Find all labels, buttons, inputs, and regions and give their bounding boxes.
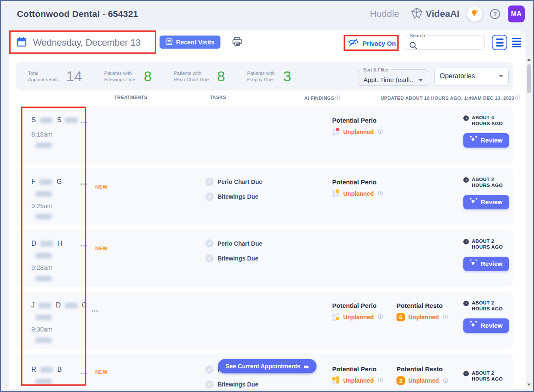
date-label: Wednesday, December 13 bbox=[33, 37, 140, 48]
redacted-name bbox=[36, 315, 52, 320]
info-icon[interactable]: ⓘ bbox=[443, 377, 448, 384]
treatments-cell: NEW bbox=[95, 354, 205, 389]
info-icon[interactable]: ⓘ bbox=[378, 377, 383, 384]
finding-perio: Potential Perio Unplanned ⓘ bbox=[332, 302, 396, 349]
findings-cell: Potential Perio Unplanned ⓘ Potential Re… bbox=[332, 354, 463, 389]
new-badge: NEW bbox=[95, 184, 108, 190]
unplanned-status: Unplanned bbox=[343, 377, 374, 384]
tooth-scan-icon bbox=[470, 259, 477, 268]
unplanned-status: Unplanned bbox=[343, 190, 374, 197]
clock-icon bbox=[463, 238, 469, 250]
info-icon[interactable]: ⓘ bbox=[515, 95, 520, 101]
operatories-dropdown[interactable]: Operatories bbox=[434, 68, 509, 85]
patient-cell: FG 9:25am bbox=[21, 168, 95, 225]
updated-cell: ABOUT 4HOURS AGO Review bbox=[463, 107, 513, 164]
patient-cell: DH 9:28am bbox=[21, 230, 95, 287]
task-item: ✓ Bitewings Due bbox=[205, 254, 332, 263]
tooth-scan-icon bbox=[470, 321, 477, 330]
redacted-name bbox=[39, 303, 51, 308]
sort-filter-dropdown[interactable]: Sort & Filter Appt. Time (earli... bbox=[358, 67, 428, 86]
info-icon[interactable]: ⓘ bbox=[378, 128, 383, 135]
print-button[interactable] bbox=[232, 36, 242, 48]
task-item: ✓ Bitewings Due bbox=[205, 192, 332, 201]
row-menu-icon[interactable]: ••• bbox=[80, 181, 88, 187]
appointment-row[interactable]: FG 9:25am ••• NEW ✓ Perio Chart Due bbox=[16, 168, 513, 225]
redacted-operatory bbox=[36, 214, 52, 219]
unplanned-status: Unplanned bbox=[343, 314, 374, 321]
appointment-time: 9:25am bbox=[31, 202, 95, 209]
redacted-name bbox=[36, 379, 52, 384]
col-tasks: TASKS bbox=[210, 95, 226, 100]
treatments-cell bbox=[95, 107, 205, 164]
row-menu-icon[interactable]: ••• bbox=[80, 243, 88, 249]
avatar[interactable]: MA bbox=[508, 5, 525, 22]
clock-icon bbox=[463, 177, 469, 189]
redacted-name bbox=[65, 118, 78, 123]
row-menu-icon[interactable]: ••• bbox=[80, 119, 88, 126]
treatments-cell bbox=[95, 292, 205, 349]
whats-new-button[interactable] bbox=[467, 6, 482, 22]
redacted-name bbox=[36, 191, 52, 197]
redacted-name bbox=[36, 253, 52, 258]
privacy-label: Privacy On bbox=[363, 40, 396, 47]
info-icon[interactable]: ⓘ bbox=[378, 313, 383, 321]
scrollbar-thumb[interactable] bbox=[527, 64, 531, 93]
check-circle-icon[interactable]: ✓ bbox=[205, 178, 214, 186]
review-button[interactable]: Review bbox=[463, 133, 509, 148]
perio-quadrant-icon bbox=[332, 128, 340, 136]
compact-list-view-button[interactable] bbox=[492, 35, 507, 50]
unplanned-status: Unplanned bbox=[343, 129, 374, 135]
updated-cell: ABOUT 2HOURS AGO Review bbox=[463, 292, 513, 349]
calendar-icon bbox=[16, 36, 27, 49]
appointment-time: 8:18am bbox=[31, 131, 95, 138]
redacted-name bbox=[40, 367, 53, 373]
brand-logo: VideaAI bbox=[410, 7, 460, 21]
redacted-name bbox=[40, 241, 53, 247]
review-button[interactable]: Review bbox=[463, 257, 509, 271]
date-picker[interactable]: Wednesday, December 13 bbox=[16, 36, 151, 49]
check-circle-icon[interactable]: ✓ bbox=[205, 365, 214, 374]
huddle-label: Huddle bbox=[370, 8, 399, 19]
row-menu-icon[interactable]: ••• bbox=[91, 308, 99, 314]
patient-cell: JDC 9:30am bbox=[21, 292, 95, 349]
vertical-scrollbar[interactable] bbox=[526, 56, 532, 389]
updated-cell: ABOUT 2HOURS AGO bbox=[463, 354, 513, 389]
tasks-cell bbox=[205, 107, 332, 164]
info-icon[interactable]: ⓘ bbox=[378, 190, 383, 197]
search-legend: Search bbox=[407, 33, 427, 38]
row-menu-icon[interactable]: ••• bbox=[80, 370, 88, 377]
toolbar: Wednesday, December 13 Recent Visits bbox=[9, 30, 526, 56]
dense-list-view-button[interactable] bbox=[511, 37, 522, 48]
stat-value: 3 bbox=[283, 68, 291, 85]
help-icon[interactable]: ? bbox=[490, 9, 500, 19]
check-circle-icon[interactable]: ✓ bbox=[205, 192, 214, 201]
info-icon[interactable]: ⓘ bbox=[335, 95, 340, 101]
info-icon[interactable]: ⓘ bbox=[443, 314, 448, 321]
printer-icon bbox=[232, 41, 242, 48]
review-button[interactable]: Review bbox=[463, 195, 509, 209]
search-box[interactable]: Search bbox=[404, 33, 485, 50]
appointment-row[interactable]: SS 8:18am ••• Potential Perio Unplanned … bbox=[16, 107, 513, 164]
stat-prophy-due: Patients with Prophy Due 3 bbox=[247, 68, 291, 85]
appointment-row[interactable]: JDC 9:30am ••• Potential Perio Unplanned bbox=[16, 292, 513, 349]
recent-visits-label: Recent Visits bbox=[176, 39, 215, 46]
see-current-appointments-button[interactable]: See Current Appointments ▸▸ bbox=[218, 359, 317, 373]
check-circle-icon[interactable]: ✓ bbox=[205, 239, 214, 248]
lightbulb-icon bbox=[470, 8, 479, 19]
privacy-toggle-button[interactable]: Privacy On bbox=[348, 38, 396, 49]
search-input[interactable] bbox=[420, 41, 479, 47]
check-circle-icon[interactable]: ✓ bbox=[205, 380, 214, 389]
sort-value: Appt. Time (earli... bbox=[363, 76, 413, 83]
appointment-row[interactable]: DH 9:28am ••• NEW ✓ Perio Chart Due bbox=[16, 230, 513, 287]
operatories-value: Operatories bbox=[440, 72, 475, 80]
findings-cell: Potential Perio Unplanned ⓘ Potential Re… bbox=[332, 292, 463, 349]
findings-cell bbox=[332, 230, 463, 287]
scroll-up-icon[interactable] bbox=[527, 58, 531, 61]
review-button[interactable]: Review bbox=[463, 318, 509, 333]
check-circle-icon[interactable]: ✓ bbox=[205, 254, 214, 263]
scroll-down-icon[interactable] bbox=[527, 384, 531, 386]
tasks-cell: ✓ Perio Chart Due ✓ Bitewings Due bbox=[205, 168, 332, 225]
recent-visits-button[interactable]: Recent Visits bbox=[160, 36, 220, 49]
appointment-time: 9:30am bbox=[31, 326, 95, 333]
appointments-list: SS 8:18am ••• Potential Perio Unplanned … bbox=[9, 107, 526, 389]
